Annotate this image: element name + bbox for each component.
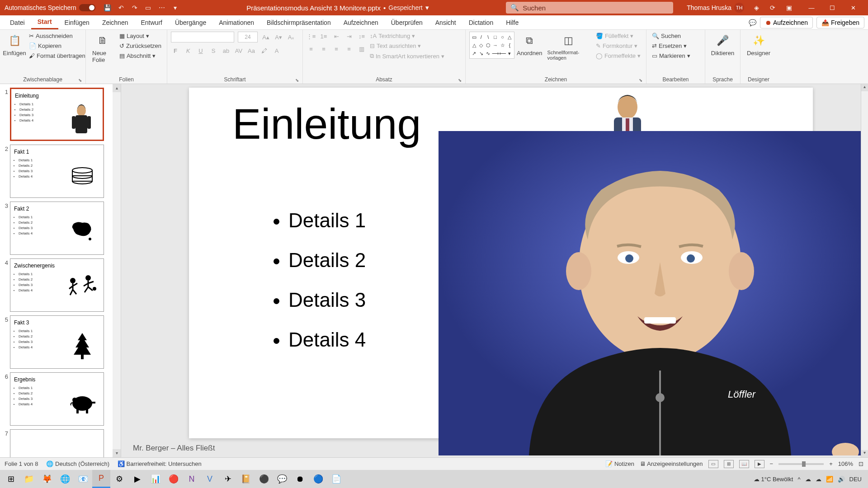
maximize-button[interactable]: ☐ — [822, 0, 843, 15]
designer-button[interactable]: ✨Designer — [744, 32, 773, 58]
line-spacing-button[interactable]: ↕≡ — [357, 32, 366, 41]
slide-thumbnail-row[interactable]: 5 Fakt 3 Details 1Details 2Details 3Deta… — [2, 315, 111, 369]
arrange-button[interactable]: ⧉Anordnen — [516, 32, 543, 58]
tab-uebergaenge[interactable]: Übergänge — [169, 16, 212, 29]
app-icon[interactable]: 📊 — [146, 470, 165, 488]
window-mode-icon[interactable]: ▣ — [785, 4, 793, 12]
numbering-button[interactable]: 1≡ — [319, 32, 328, 41]
slide-body[interactable]: Details 1 Details 2 Details 3 Details 4 — [275, 201, 366, 360]
webcam-overlay[interactable]: Löffler — [439, 131, 868, 455]
tab-ueberpruefen[interactable]: Überprüfen — [385, 16, 429, 29]
undo-icon[interactable]: ↶ — [117, 4, 125, 12]
comments-icon[interactable]: 💬 — [749, 19, 756, 26]
clear-format-icon[interactable]: Aₓ — [287, 33, 296, 42]
scroll-up-icon[interactable]: ▴ — [113, 84, 121, 92]
more-icon[interactable]: ⋯ — [158, 4, 166, 12]
onenote-icon[interactable]: N — [183, 470, 201, 488]
tray-cloud-icon[interactable]: ☁ — [805, 476, 811, 483]
cut-button[interactable]: ✂Ausschneiden — [27, 32, 87, 40]
slide-thumbnail-row[interactable]: 3 Fakt 2 Details 1Details 2Details 3Deta… — [2, 202, 111, 255]
record-action[interactable]: ⏺Aufzeichnen — [760, 17, 813, 28]
accessibility-status[interactable]: ♿ Barrierefreiheit: Untersuchen — [118, 460, 202, 467]
redo-icon[interactable]: ↷ — [131, 4, 139, 12]
editor-scrollbar[interactable]: ▴ ▾ — [861, 84, 868, 457]
smartart-button[interactable]: ⧉In SmartArt konvertieren ▾ — [368, 52, 446, 61]
autosave-toggle[interactable] — [79, 4, 95, 11]
italic-button[interactable]: K — [184, 46, 193, 55]
display-settings-button[interactable]: 🖥 Anzeigeeinstellungen — [640, 460, 703, 467]
bullets-button[interactable]: ⋮≡ — [307, 32, 316, 41]
account-button[interactable]: Thomas Hruska TH — [687, 3, 744, 13]
obs-icon[interactable]: ⚫ — [255, 470, 273, 488]
tab-entwurf[interactable]: Entwurf — [134, 16, 168, 29]
font-color-button[interactable]: A — [272, 46, 281, 55]
zoom-in-button[interactable]: + — [829, 460, 833, 467]
shadow-button[interactable]: ab — [222, 46, 231, 55]
slide-thumbnail-row[interactable]: 1 Einleitung Details 1Details 2Details 3… — [2, 88, 111, 141]
reset-button[interactable]: ↺Zurücksetzen — [118, 42, 163, 50]
decrease-font-icon[interactable]: A▾ — [274, 33, 283, 42]
chevron-down-icon[interactable]: ▾ — [171, 4, 179, 12]
find-button[interactable]: 🔍Suchen — [650, 32, 692, 40]
powerpoint-icon[interactable]: P — [92, 470, 110, 488]
tab-start[interactable]: Start — [31, 15, 58, 29]
tray-language[interactable]: DEU — [849, 476, 862, 483]
spacing-button[interactable]: AV — [234, 46, 243, 55]
font-size-combo[interactable] — [238, 32, 258, 42]
slide-thumbnail[interactable]: Einleitung Details 1Details 2Details 3De… — [10, 88, 104, 141]
outlook-icon[interactable]: 📧 — [74, 470, 92, 488]
justify-button[interactable]: ≡ — [344, 44, 354, 53]
present-icon[interactable]: ▭ — [144, 4, 152, 12]
app-icon[interactable]: ⏺ — [291, 470, 309, 488]
scroll-up-icon[interactable]: ▴ — [861, 84, 868, 91]
tray-volume-icon[interactable]: 🔊 — [838, 476, 845, 483]
dictate-button[interactable]: 🎤Diktieren — [709, 32, 736, 58]
copy-button[interactable]: 📄Kopieren — [27, 42, 87, 50]
indent-increase-button[interactable]: ⇥ — [344, 32, 354, 41]
app-icon[interactable]: 🔵 — [309, 470, 327, 488]
slide-counter[interactable]: Folie 1 von 8 — [5, 460, 38, 467]
tab-ansicht[interactable]: Ansicht — [429, 16, 462, 29]
chrome-icon[interactable]: 🌐 — [56, 470, 74, 488]
app-icon[interactable]: 📔 — [237, 470, 255, 488]
close-button[interactable]: ✕ — [843, 0, 863, 15]
app-icon[interactable]: 🔴 — [165, 470, 183, 488]
visio-icon[interactable]: V — [201, 470, 219, 488]
thumbnail-scrollbar[interactable]: ▴ ▾ — [113, 84, 121, 457]
text-direction-button[interactable]: ↕ATextrichtung ▾ — [368, 32, 446, 40]
tab-bildschirm[interactable]: Bildschirmpräsentation — [260, 16, 337, 29]
slideshow-view-button[interactable]: ▶ — [755, 460, 764, 468]
strike-button[interactable]: S — [209, 46, 218, 55]
align-center-button[interactable]: ≡ — [319, 44, 328, 53]
shape-fill-button[interactable]: 🪣Fülleffekt ▾ — [594, 32, 642, 40]
zoom-slider[interactable] — [778, 463, 824, 465]
scroll-down-icon[interactable]: ▾ — [861, 450, 868, 457]
new-slide-button[interactable]: 🗎 Neue Folie — [90, 32, 116, 65]
highlight-button[interactable]: 🖍 — [259, 46, 269, 55]
language-status[interactable]: 🌐 Deutsch (Österreich) — [46, 460, 109, 467]
chevron-down-icon[interactable]: ▾ — [425, 4, 429, 12]
slide-thumbnail[interactable]: Fakt 3 Details 1Details 2Details 3Detail… — [10, 315, 104, 369]
slide-thumbnail-row[interactable]: 6 Ergebnis Details 1Details 2Details 3De… — [2, 372, 111, 426]
replace-button[interactable]: ⇄Ersetzen ▾ — [650, 42, 692, 50]
tray-chevron-icon[interactable]: ^ — [797, 476, 800, 483]
reading-view-button[interactable]: 📖 — [739, 460, 749, 468]
search-box[interactable]: 🔍 Suchen — [506, 2, 673, 14]
notes-button[interactable]: 📝 Notizen — [605, 460, 634, 467]
underline-button[interactable]: U — [196, 46, 205, 55]
slide-thumbnail[interactable]: Zwischenergenis Details 1Details 2Detail… — [10, 258, 104, 312]
minimize-button[interactable]: — — [801, 0, 822, 15]
dialog-launcher-icon[interactable]: ⬊ — [295, 78, 299, 83]
quick-styles-button[interactable]: ◫Schnellformat-vorlagen — [545, 32, 592, 62]
increase-font-icon[interactable]: A▴ — [261, 33, 270, 42]
shape-effects-button[interactable]: ◯Formeffekte ▾ — [594, 52, 642, 60]
dialog-launcher-icon[interactable]: ⬊ — [639, 78, 642, 83]
normal-view-button[interactable]: ▭ — [708, 460, 718, 468]
start-button[interactable]: ⊞ — [2, 470, 20, 488]
vlc-icon[interactable]: ▶ — [128, 470, 146, 488]
zoom-out-button[interactable]: − — [770, 460, 774, 467]
paste-button[interactable]: 📋 Einfügen — [4, 32, 25, 58]
slide-thumbnail-row[interactable]: 2 Fakt 1 Details 1Details 2Details 3Deta… — [2, 145, 111, 198]
save-icon[interactable]: 💾 — [104, 4, 112, 12]
tray-onedrive-icon[interactable]: ☁ — [816, 476, 821, 483]
